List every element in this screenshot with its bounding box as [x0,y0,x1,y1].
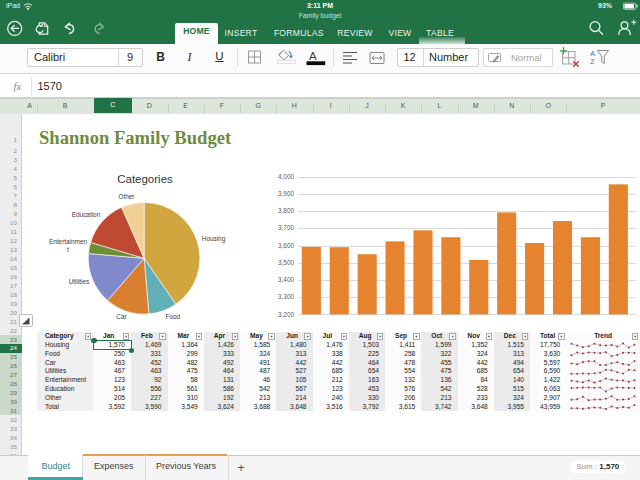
svg-text:Z: Z [590,58,595,65]
svg-text:3,300: 3,300 [278,293,294,300]
svg-text:A: A [590,50,595,57]
svg-text:3,800: 3,800 [278,207,294,214]
svg-text:3,900: 3,900 [278,190,294,197]
svg-text:A: A [309,50,317,62]
svg-text:3,200: 3,200 [278,311,294,318]
svg-text:3,600: 3,600 [278,242,294,249]
svg-text:3,400: 3,400 [278,276,294,283]
svg-text:3,700: 3,700 [278,224,294,231]
svg-text:4,000: 4,000 [278,173,294,180]
svg-text:3,500: 3,500 [278,259,294,266]
